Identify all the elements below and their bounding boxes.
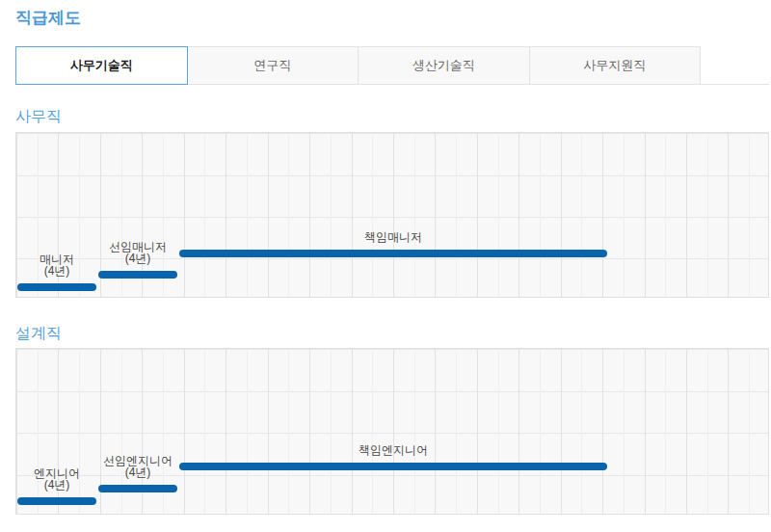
tab-research[interactable]: 연구직	[187, 46, 359, 85]
job-category-tabbar: 사무기술직 연구직 생산기술직 사무지원직	[15, 46, 769, 85]
tab-office-technical[interactable]: 사무기술직	[15, 46, 188, 85]
grade-bar	[98, 485, 177, 492]
grade-bar-label: 책임엔지니어	[359, 444, 428, 456]
tab-office-support[interactable]: 사무지원직	[529, 46, 702, 85]
tab-production-technical[interactable]: 생산기술직	[358, 46, 530, 85]
grade-chart-office: 매니저(4년)선임매니저(4년)책임매니저	[15, 132, 769, 298]
grade-bar	[179, 463, 607, 470]
tabbar-filler	[701, 46, 769, 85]
grade-bar-label: 책임매니저	[364, 231, 422, 243]
grade-bar	[98, 271, 177, 279]
grade-bar-label: 매니저(4년)	[40, 253, 74, 277]
section-title-design: 설계직	[15, 324, 769, 342]
grade-chart-design: 엔지니어(4년)선임엔지니어(4년)책임엔지니어	[15, 348, 769, 515]
grade-bar-label: 선임매니저(4년)	[109, 241, 167, 264]
grade-bar-label: 엔지니어(4년)	[34, 467, 80, 491]
section-title-office: 사무직	[15, 107, 769, 125]
grade-bar-label: 선임엔지니어(4년)	[103, 455, 173, 478]
page-container: 직급제도 사무기술직 연구직 생산기술직 사무지원직 사무직 매니저(4년)선임…	[15, 9, 769, 515]
grade-bar	[17, 497, 96, 505]
grade-bar	[17, 283, 96, 291]
page-title: 직급제도	[15, 9, 769, 28]
grade-bar	[179, 250, 607, 257]
